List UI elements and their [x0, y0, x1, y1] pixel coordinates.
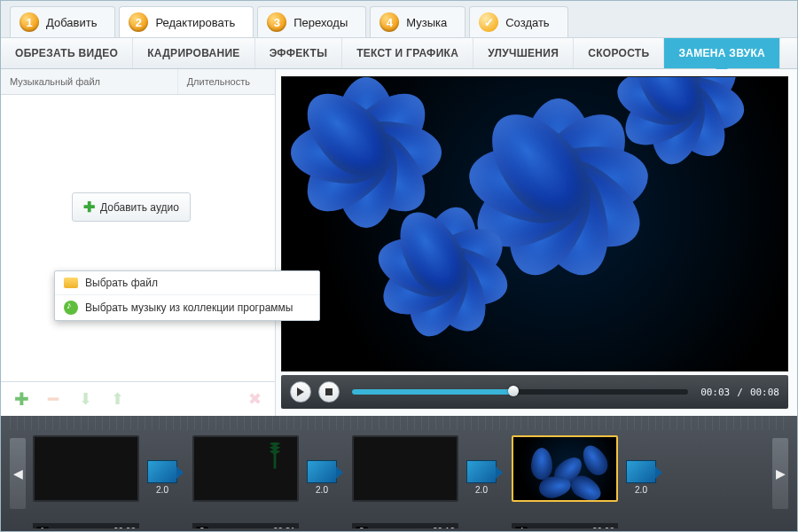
- timeline-ruler: [10, 416, 788, 430]
- folder-icon: [64, 278, 78, 288]
- plus-icon: ✚: [83, 199, 95, 215]
- transition-icon: [307, 460, 337, 483]
- preview-image: [282, 77, 787, 371]
- timeline-prev[interactable]: ◀: [10, 438, 26, 509]
- timeline-next[interactable]: ▶: [772, 438, 788, 509]
- clip-index: 1: [36, 527, 49, 528]
- menu-item-label: Выбрать файл: [85, 277, 158, 289]
- pencil-icon: ✎: [556, 527, 563, 528]
- step-label: Переходы: [293, 16, 348, 29]
- step-label: Редактировать: [155, 16, 235, 29]
- step-badge-1: 1: [20, 12, 39, 32]
- timeline: ◀ 1 ✎ 00:08 2.0: [1, 416, 797, 531]
- preview-panel: 00:03 / 00:08: [276, 69, 797, 416]
- subtab-effects[interactable]: ЭФФЕКТЫ: [255, 38, 343, 68]
- step-label: Создать: [505, 16, 549, 29]
- col-header-duration: Длительность: [177, 69, 275, 94]
- subtab-speed[interactable]: СКОРОСТЬ: [574, 38, 664, 68]
- step-export[interactable]: ✓ Создать: [469, 6, 567, 37]
- add-audio-label: Добавить аудио: [100, 201, 179, 214]
- play-button[interactable]: [290, 381, 311, 403]
- pencil-icon: ✎: [396, 527, 403, 528]
- menu-choose-file[interactable]: Выбрать файл: [55, 271, 319, 295]
- menu-choose-library[interactable]: Выбрать музыку из коллекции программы: [55, 295, 319, 320]
- audio-list-panel: Музыкальный файл Длительность ✚ Добавить…: [1, 69, 276, 416]
- stop-button[interactable]: [318, 381, 340, 403]
- step-add[interactable]: 1 Добавить: [10, 6, 115, 37]
- add-audio-button[interactable]: ✚ Добавить аудио: [72, 192, 191, 222]
- subtab-replace-audio[interactable]: ЗАМЕНА ЗВУКА: [664, 38, 780, 68]
- audio-actions-row: ✚ ━ ⬇ ⬆ ✖: [1, 381, 275, 416]
- clip-index: 2: [196, 527, 208, 528]
- transition-block[interactable]: 2.0: [302, 460, 341, 496]
- subtab-text-graphics[interactable]: ТЕКСТ И ГРАФИКА: [342, 38, 473, 68]
- edit-subtabs: ОБРЕЗАТЬ ВИДЕО КАДРИРОВАНИЕ ЭФФЕКТЫ ТЕКС…: [1, 37, 797, 69]
- add-icon[interactable]: ✚: [12, 389, 31, 409]
- subtab-crop-video[interactable]: ОБРЕЗАТЬ ВИДЕО: [1, 38, 133, 68]
- transition-duration: 2.0: [635, 485, 647, 495]
- timeline-clip[interactable]: 3 ✎ 00:10 2.0: [352, 435, 501, 521]
- timeline-clip[interactable]: 4 ✎ 00:08 2.0: [512, 435, 661, 521]
- timeline-clip[interactable]: 1 ✎ 00:08 2.0: [33, 435, 182, 521]
- step-label: Добавить: [46, 16, 97, 29]
- col-header-file: Музыкальный файл: [1, 69, 177, 94]
- transition-block[interactable]: 2.0: [622, 460, 661, 496]
- menu-item-label: Выбрать музыку из коллекции программы: [85, 301, 293, 314]
- clip-duration: 00:08: [592, 527, 614, 528]
- transition-duration: 2.0: [156, 485, 168, 495]
- step-transitions[interactable]: 3 Переходы: [257, 6, 366, 37]
- audio-list-header: Музыкальный файл Длительность: [1, 69, 275, 95]
- pencil-icon: ✎: [237, 527, 244, 528]
- video-preview: [281, 76, 788, 372]
- preview-player: 00:03 / 00:08: [281, 375, 788, 409]
- seek-thumb[interactable]: [508, 386, 519, 396]
- clip-thumbnail: [192, 435, 299, 502]
- clip-thumbnail: [33, 435, 139, 502]
- subtab-enhance[interactable]: УЛУЧШЕНИЯ: [473, 38, 574, 68]
- checkmark-icon: ✓: [479, 12, 498, 32]
- svg-rect-1: [325, 388, 332, 395]
- music-note-icon: [64, 301, 78, 315]
- workflow-steps: 1 Добавить 2 Редактировать 3 Переходы 4 …: [1, 1, 797, 37]
- transition-icon: [147, 460, 177, 483]
- step-edit[interactable]: 2 Редактировать: [119, 6, 254, 37]
- clip-duration: 00:10: [433, 527, 455, 528]
- clip-thumbnail: [512, 435, 618, 502]
- add-audio-menu: Выбрать файл Выбрать музыку из коллекции…: [54, 270, 320, 321]
- clip-thumbnail: [352, 435, 458, 502]
- move-up-icon: ⬆: [107, 389, 127, 409]
- editor-body: Музыкальный файл Длительность ✚ Добавить…: [1, 69, 797, 416]
- step-badge-4: 4: [379, 12, 399, 32]
- step-label: Музыка: [406, 16, 447, 29]
- timeline-clip[interactable]: 2 ✎ 00:21 2.0: [192, 435, 341, 521]
- pencil-icon: ✎: [77, 527, 84, 528]
- svg-marker-0: [297, 387, 304, 396]
- audio-list-body: ✚ Добавить аудио Выбрать файл Выбрать му…: [1, 95, 275, 381]
- seek-progress: [352, 389, 513, 395]
- transition-icon: [626, 460, 656, 483]
- time-sep: /: [737, 387, 743, 398]
- step-badge-2: 2: [129, 12, 148, 32]
- remove-icon: ━: [43, 389, 63, 409]
- move-down-icon: ⬇: [75, 389, 95, 409]
- transition-duration: 2.0: [316, 485, 328, 495]
- transition-block[interactable]: 2.0: [462, 460, 501, 496]
- step-badge-3: 3: [267, 12, 286, 32]
- transition-icon: [466, 460, 497, 483]
- clip-duration: 00:21: [273, 527, 295, 528]
- clip-duration: 00:08: [113, 527, 136, 528]
- transition-block[interactable]: 2.0: [143, 460, 182, 496]
- subtab-crop-frame[interactable]: КАДРИРОВАНИЕ: [133, 38, 254, 68]
- timeline-clips: 1 ✎ 00:08 2.0 2 ✎ 00:21: [26, 419, 772, 528]
- step-music[interactable]: 4 Музыка: [370, 6, 466, 37]
- delete-icon: ✖: [245, 389, 264, 409]
- time-total: 00:08: [750, 387, 779, 398]
- clip-index: 3: [356, 527, 368, 528]
- transition-duration: 2.0: [475, 485, 488, 495]
- time-current: 00:03: [700, 387, 730, 398]
- clip-index: 4: [515, 527, 528, 528]
- app-root: 1 Добавить 2 Редактировать 3 Переходы 4 …: [0, 0, 798, 532]
- seek-track[interactable]: [352, 389, 688, 395]
